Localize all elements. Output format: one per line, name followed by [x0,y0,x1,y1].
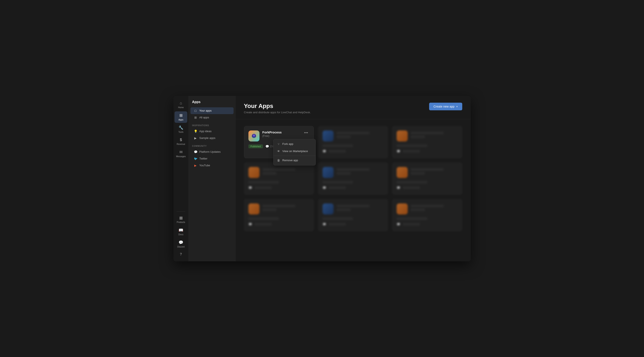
app-4-name-placeholder [262,168,295,171]
sidebar-title: Apps [189,100,235,107]
teams-icon: 💬 [266,145,269,148]
forkprocess-menu-button[interactable]: ••• [303,130,309,135]
app-8-name-placeholder [336,205,370,207]
page-subtitle: Create and distribute apps for LiveChat … [244,111,311,114]
app-card-8-header [322,203,384,214]
app-9-info [411,203,458,212]
nav-discord[interactable]: 💬 Discord [174,238,187,250]
context-menu-fork-app[interactable]: ⑂ Fork app [274,140,316,148]
view-marketplace-label: View on Marketplace [282,150,308,153]
your-apps-icon: □ [194,109,197,112]
nav-discord-label: Discord [177,246,184,248]
sidebar-item-sample-apps[interactable]: ▶ Sample apps [190,135,234,141]
app-4-price-placeholder [262,172,276,175]
app-card-4: 💬 [244,162,314,195]
app-4-info [262,167,309,176]
sidebar-item-app-ideas[interactable]: 💡 App ideas [190,128,234,135]
app-6-teams-row: 💬 [397,185,458,190]
home-icon: ⌂ [180,101,182,105]
sidebar-item-all-apps-label: All apps [200,116,209,119]
sidebar-item-youtube[interactable]: ▶ YouTube [190,162,234,169]
app-7-teams-row: 💬 [248,222,309,227]
nav-help[interactable]: ? [174,251,187,258]
apps-icon: ⊞ [180,113,182,118]
app-3-teams-row: 💬 [397,149,458,154]
app-4-teams-icon: 💬 [248,186,252,189]
app-card-8: 💬 [318,199,388,231]
help-icon: ? [180,252,182,256]
nav-tools[interactable]: 🔧 Tools [174,124,187,135]
nav-home[interactable]: ⌂ Home [174,99,187,110]
app-6-price-placeholder [411,172,425,175]
sidebar-item-platform-updates[interactable]: 💬 Platform Updates [190,148,234,155]
app-9-teams-icon: 💬 [397,223,400,226]
app-icon-3 [397,130,408,141]
app-2-teams-row: 💬 [322,149,384,154]
app-card-4-header [248,167,309,178]
app-6-info [411,167,458,176]
section-community: COMMUNITY [189,141,235,148]
app-9-status-placeholder [397,217,427,220]
plus-icon: + [456,105,458,108]
app-9-teams-placeholder [403,223,420,226]
app-6-name-placeholder [411,168,444,171]
app-card-9: 💬 [392,199,462,231]
docs-icon: 📖 [178,228,183,233]
app-card-9-header [397,203,458,214]
app-card-2-header [322,130,384,141]
app-icon-9 [397,203,408,214]
nav-tools-label: Tools [178,131,183,133]
revenue-icon: $ [180,138,182,142]
context-menu-view-marketplace[interactable]: 👁 View on Marketplace [274,148,316,155]
app-3-status-placeholder [397,144,427,147]
fork-app-label: Fork app [282,142,293,145]
sidebar-item-all-apps[interactable]: ⊞ All apps [190,114,234,121]
sidebar-item-your-apps-label: Your apps [200,109,212,112]
app-9-teams-row: 💬 [397,222,458,227]
main-content: Your Apps Create and distribute apps for… [236,96,471,261]
app-8-info [336,203,384,212]
forkprocess-price: (Free) [262,134,300,137]
discord-icon: 💬 [178,240,183,245]
forkprocess-status-badge: Published [248,144,263,148]
nav-messages[interactable]: ✉ Messages [174,148,187,160]
app-4-teams-row: 💬 [248,185,309,190]
app-7-status-placeholder [248,217,279,220]
nav-docs[interactable]: 📖 Docs [174,226,187,238]
section-inspirations: INSPIRATIONS [189,121,235,128]
app-3-teams-placeholder [403,150,420,152]
nav-products[interactable]: ▦ Products [174,214,187,225]
create-button-label: Create new app [433,105,454,108]
view-icon: 👁 [277,150,280,153]
app-7-price-placeholder [262,209,276,211]
app-5-teams-icon: 💬 [322,186,326,189]
create-new-app-button[interactable]: Create new app + [429,103,462,110]
icon-navigation: ⌂ Home ⊞ Apps 🔧 Tools $ Revenue ✉ Messag… [174,96,189,261]
twitter-icon: 🐦 [194,157,197,160]
nav-products-label: Products [177,221,185,224]
fork-icon: ⑂ [277,142,280,146]
nav-revenue[interactable]: $ Revenue [174,136,187,147]
app-3-name-placeholder [411,132,444,134]
platform-updates-icon: 💬 [194,150,197,154]
remove-app-label: Remove app [282,159,298,162]
app-3-price-placeholder [411,136,425,138]
app-card-forkprocess[interactable]: ForkProcess (Free) ••• Published 💬 2 tea… [244,126,314,158]
trash-icon: 🗑 [277,159,280,162]
app-8-price-placeholder [336,209,350,211]
app-5-name-placeholder [336,168,370,171]
sidebar-item-your-apps[interactable]: □ Your apps [190,107,234,114]
sidebar-item-twitter[interactable]: 🐦 Twitter [190,155,234,162]
app-card-3: 💬 [392,126,462,158]
app-icon-4 [248,167,260,178]
nav-home-label: Home [178,106,184,109]
context-menu-remove-app[interactable]: 🗑 Remove app [274,157,316,164]
app-7-teams-placeholder [254,223,272,226]
app-card-7-header [248,203,309,214]
app-card-6-header [397,167,458,178]
nav-messages-label: Messages [176,155,186,158]
app-2-info [336,130,384,139]
nav-apps[interactable]: ⊞ Apps [174,111,187,123]
sidebar-item-platform-updates-label: Platform Updates [200,150,220,153]
app-3-teams-icon: 💬 [397,150,400,153]
